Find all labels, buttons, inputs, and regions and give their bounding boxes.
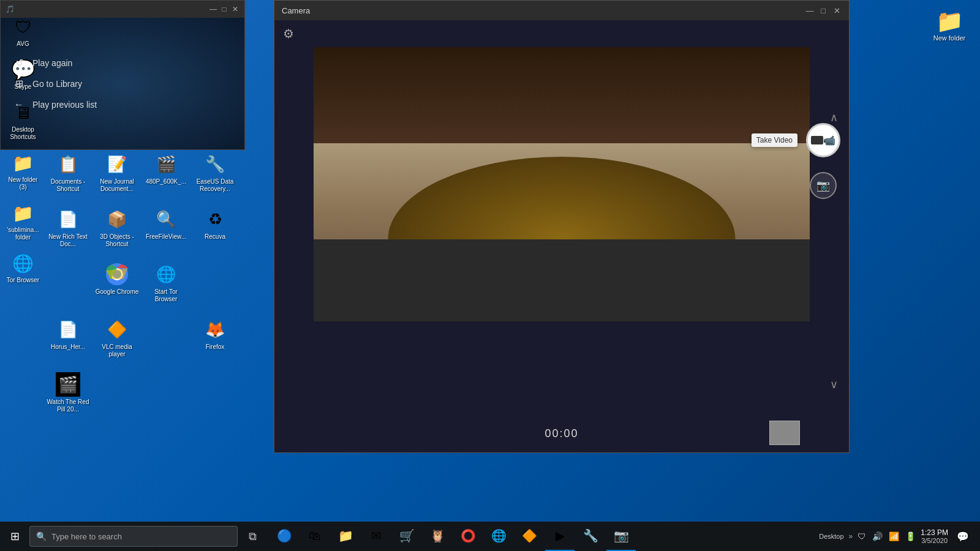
- desktop-label[interactable]: Desktop: [816, 533, 846, 540]
- firefox-icon[interactable]: 🦊 Firefox: [191, 312, 239, 367]
- freefileview-icon[interactable]: 🔍 FreeFileView...: [142, 202, 190, 257]
- clock-time: 1:23 PM: [921, 528, 948, 537]
- tor-icon: 🌐: [11, 251, 36, 276]
- journal-img: 📝: [105, 152, 129, 176]
- amazon-icon: 🛒: [399, 528, 415, 543]
- camera-window-controls: — □ ✕: [805, 6, 842, 15]
- documents-shortcut-icon[interactable]: 📋 Documents - Shortcut: [44, 147, 92, 202]
- minimize-button[interactable]: —: [209, 5, 217, 13]
- clock[interactable]: 1:23 PM 3/5/2020: [921, 528, 948, 544]
- vlc-icon[interactable]: 🔶 VLC media player: [93, 312, 141, 367]
- taskbar-tripadvisor[interactable]: 🦉: [423, 522, 452, 551]
- battery-icon[interactable]: 🔋: [903, 530, 918, 542]
- new-folder-3-img: 📁: [11, 151, 36, 175]
- maximize-button[interactable]: □: [220, 5, 228, 13]
- taskbar-camera[interactable]: 📷: [606, 522, 636, 551]
- camera-right-panel: Take Video 📹 📷: [806, 123, 840, 199]
- scroll-down-arrow[interactable]: ∨: [830, 378, 838, 391]
- chrome-label: Google Chrome: [96, 288, 139, 296]
- search-bar[interactable]: 🔍 Type here to search: [29, 526, 238, 547]
- tor-browser-icon-left[interactable]: 🌐 Tor Browser: [2, 249, 45, 287]
- camera-title: Camera: [282, 6, 310, 15]
- start-tor-browser-icon[interactable]: 🌐 Start Tor Browser: [142, 257, 190, 312]
- taskbar-mail[interactable]: ✉: [361, 522, 391, 551]
- store-icon: 🛍: [309, 529, 321, 543]
- camera-window: Camera — □ ✕ ⚙ ∧ ∨ Take Video: [274, 0, 850, 453]
- camera-titlebar: Camera — □ ✕: [274, 1, 849, 20]
- network-icon[interactable]: 📶: [886, 530, 902, 542]
- easeus-img: 🔧: [203, 152, 227, 176]
- red-pill-img: 🎬: [56, 372, 80, 397]
- desktop-icons-grid: 📋 Documents - Shortcut 📝 New Journal Doc…: [44, 147, 240, 422]
- new-journal-icon[interactable]: 📝 New Journal Document...: [93, 147, 141, 202]
- tool-icon: 🔧: [583, 528, 598, 543]
- start-button[interactable]: ⊞: [0, 522, 29, 551]
- red-pill-icon[interactable]: 🎬 Watch The Red Pill 20...: [44, 367, 92, 422]
- empty-3: [142, 312, 190, 367]
- camera-settings-button[interactable]: ⚙: [283, 27, 294, 40]
- taskbar-browser2[interactable]: 🌐: [484, 522, 513, 551]
- recuva-label: Recuva: [205, 233, 225, 241]
- subliminal-folder-icon[interactable]: 📁 'sublimina... folder: [2, 198, 45, 244]
- desktop-shortcuts-label: Desktop Shortcuts: [4, 126, 42, 141]
- easeus-icon[interactable]: 🔧 EaseUS Data Recovery...: [191, 147, 239, 202]
- search-placeholder: Type here to search: [51, 532, 122, 541]
- google-chrome-icon[interactable]: Google Chrome: [93, 257, 141, 312]
- camera-settings-area: ⚙: [274, 20, 849, 47]
- vlc-taskbar-icon: 🔶: [522, 528, 537, 543]
- horus-icon[interactable]: 📄 Horus_Her...: [44, 312, 92, 367]
- new-folder-3-icon[interactable]: 📁 New folder (3): [2, 148, 45, 193]
- take-photo-button[interactable]: 📷: [810, 172, 837, 199]
- 3d-objects-icon[interactable]: 📦 3D Objects - Shortcut: [93, 202, 141, 257]
- task-view-button[interactable]: ⧉: [238, 522, 267, 551]
- notification-icon: 💬: [957, 531, 969, 542]
- taskbar-media[interactable]: ▶: [545, 522, 575, 551]
- taskbar-opera[interactable]: ⭕: [453, 522, 483, 551]
- notification-button[interactable]: 💬: [951, 522, 975, 551]
- vlc-label: VLC media player: [94, 343, 140, 358]
- media-player-controls: — □ ✕: [209, 5, 239, 13]
- empty-2: [191, 257, 239, 312]
- journal-label: New Journal Document...: [94, 178, 140, 193]
- new-folder-label: New folder: [933, 34, 966, 42]
- 480p-icon[interactable]: 🎬 480P_600K_...: [142, 147, 190, 202]
- go-to-library-button[interactable]: ⊞ Go to Library: [13, 78, 244, 90]
- volume-icon[interactable]: 🔊: [870, 530, 885, 542]
- camera-minimize-button[interactable]: —: [805, 6, 815, 15]
- new-folder-img: 📁: [936, 9, 963, 34]
- play-again-button[interactable]: ↺ Play again: [13, 57, 244, 69]
- taskbar-file-explorer[interactable]: 📁: [331, 522, 360, 551]
- scroll-up-arrow[interactable]: ∧: [830, 111, 838, 124]
- camera-feed: [314, 47, 810, 321]
- systray: 🛡 🔊 📶 🔋: [855, 530, 918, 542]
- recuva-icon[interactable]: ♻ Recuva: [191, 202, 239, 257]
- take-video-button[interactable]: 📹: [806, 123, 840, 157]
- taskbar-store[interactable]: 🛍: [300, 522, 330, 551]
- taskbar-right: Desktop » 🛡 🔊 📶 🔋 1:23 PM 3/5/2020 💬: [812, 522, 980, 551]
- horus-img: 📄: [56, 317, 80, 342]
- avg-systray-icon[interactable]: 🛡: [855, 530, 869, 542]
- new-folder-top-right[interactable]: 📁 New folder: [925, 6, 974, 44]
- empty-4: [93, 367, 141, 422]
- new-folder-3-label: New folder (3): [4, 176, 42, 191]
- file-explorer-icon: 📁: [338, 528, 353, 543]
- expand-systray[interactable]: »: [849, 532, 853, 541]
- docs-label: Documents - Shortcut: [45, 178, 91, 193]
- play-again-label: Play again: [32, 58, 72, 68]
- rich-text-img: 📄: [56, 207, 80, 231]
- taskbar-tool[interactable]: 🔧: [576, 522, 605, 551]
- avg-icon-desktop[interactable]: 🛡 AVG: [2, 12, 45, 50]
- close-button[interactable]: ✕: [231, 5, 239, 13]
- camera-maximize-button[interactable]: □: [818, 6, 828, 15]
- go-to-library-label: Go to Library: [32, 79, 82, 89]
- taskbar-vlc[interactable]: 🔶: [514, 522, 544, 551]
- play-previous-button[interactable]: ← Play previous list: [13, 99, 244, 111]
- taskbar-edge[interactable]: 🔵: [270, 522, 299, 551]
- avg-icon: 🛡: [11, 15, 36, 39]
- camera-close-button[interactable]: ✕: [832, 6, 842, 15]
- left-desktop-icons: 🛡 AVG 💬 Skype 🖥 Desktop Shortcuts 📁 New …: [0, 6, 46, 287]
- taskbar-amazon[interactable]: 🛒: [392, 522, 421, 551]
- start-icon: ⊞: [10, 530, 20, 543]
- new-rich-text-icon[interactable]: 📄 New Rich Text Doc...: [44, 202, 92, 257]
- desktop: 🎵 — □ ✕ ↺ Play again ⊞ Go to Library: [0, 0, 980, 551]
